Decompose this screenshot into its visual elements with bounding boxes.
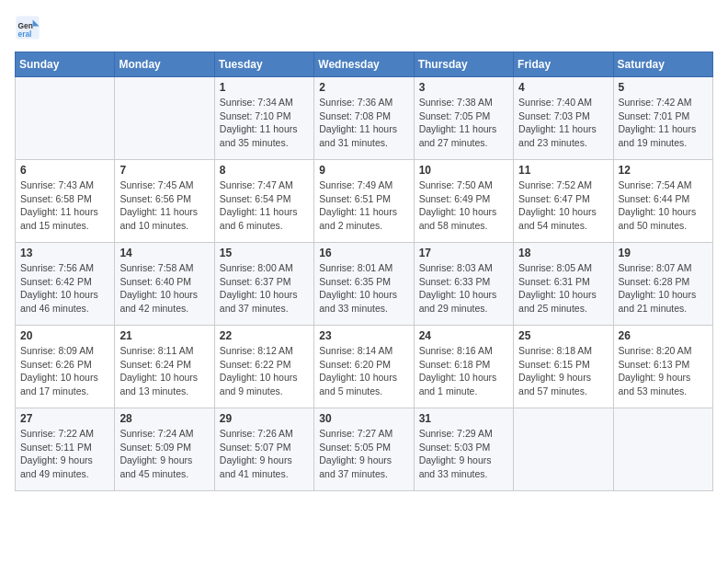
calendar-cell: 31Sunrise: 7:29 AMSunset: 5:03 PMDayligh… — [414, 408, 513, 491]
day-number: 25 — [518, 329, 608, 342]
day-number: 13 — [20, 247, 109, 259]
calendar-week-row: 1Sunrise: 7:34 AMSunset: 7:10 PMDaylight… — [16, 77, 713, 160]
day-number: 24 — [419, 329, 508, 342]
day-number: 31 — [419, 412, 508, 425]
day-info: Sunrise: 8:12 AMSunset: 6:22 PMDaylight:… — [220, 344, 309, 398]
calendar-cell — [613, 408, 712, 491]
day-number: 15 — [220, 247, 309, 259]
day-number: 4 — [518, 81, 608, 94]
day-number: 27 — [20, 412, 109, 425]
calendar-cell: 15Sunrise: 8:00 AMSunset: 6:37 PMDayligh… — [214, 243, 313, 326]
calendar-cell — [514, 408, 613, 491]
day-info: Sunrise: 7:43 AMSunset: 6:58 PMDaylight:… — [20, 178, 109, 233]
day-info: Sunrise: 7:26 AMSunset: 5:07 PMDaylight:… — [220, 427, 309, 481]
weekday-header-row: SundayMondayTuesdayWednesdayThursdayFrid… — [16, 52, 713, 77]
calendar-cell — [16, 77, 115, 160]
calendar-cell: 29Sunrise: 7:26 AMSunset: 5:07 PMDayligh… — [214, 408, 313, 491]
day-info: Sunrise: 8:11 AMSunset: 6:24 PMDaylight:… — [119, 344, 209, 398]
calendar-cell: 7Sunrise: 7:45 AMSunset: 6:56 PMDaylight… — [115, 160, 214, 243]
day-info: Sunrise: 7:42 AMSunset: 7:01 PMDaylight:… — [619, 96, 708, 150]
day-info: Sunrise: 7:22 AMSunset: 5:11 PMDaylight:… — [20, 427, 109, 481]
day-number: 14 — [119, 247, 209, 259]
day-number: 7 — [119, 164, 209, 177]
day-info: Sunrise: 7:56 AMSunset: 6:42 PMDaylight:… — [20, 261, 109, 316]
weekday-header: Friday — [514, 52, 613, 77]
calendar-header: SundayMondayTuesdayWednesdayThursdayFrid… — [16, 52, 713, 77]
calendar-week-row: 6Sunrise: 7:43 AMSunset: 6:58 PMDaylight… — [16, 160, 713, 243]
calendar-cell: 20Sunrise: 8:09 AMSunset: 6:26 PMDayligh… — [16, 326, 115, 408]
day-info: Sunrise: 8:07 AMSunset: 6:28 PMDaylight:… — [619, 261, 708, 316]
day-info: Sunrise: 8:09 AMSunset: 6:26 PMDaylight:… — [20, 344, 109, 398]
day-info: Sunrise: 7:50 AMSunset: 6:49 PMDaylight:… — [419, 178, 508, 233]
day-number: 5 — [619, 81, 708, 94]
day-number: 10 — [419, 164, 508, 177]
calendar-week-row: 27Sunrise: 7:22 AMSunset: 5:11 PMDayligh… — [16, 408, 713, 491]
day-number: 12 — [619, 164, 708, 177]
calendar-body: 1Sunrise: 7:34 AMSunset: 7:10 PMDaylight… — [16, 77, 713, 491]
calendar-cell: 26Sunrise: 8:20 AMSunset: 6:13 PMDayligh… — [613, 326, 712, 408]
calendar-cell: 16Sunrise: 8:01 AMSunset: 6:35 PMDayligh… — [314, 243, 414, 326]
day-info: Sunrise: 8:01 AMSunset: 6:35 PMDaylight:… — [319, 261, 408, 316]
day-info: Sunrise: 7:36 AMSunset: 7:08 PMDaylight:… — [319, 96, 408, 150]
calendar-cell: 14Sunrise: 7:58 AMSunset: 6:40 PMDayligh… — [115, 243, 214, 326]
day-number: 2 — [319, 81, 408, 94]
calendar-cell: 24Sunrise: 8:16 AMSunset: 6:18 PMDayligh… — [414, 326, 513, 408]
day-number: 9 — [319, 164, 408, 177]
calendar-cell — [115, 77, 214, 160]
calendar-cell: 12Sunrise: 7:54 AMSunset: 6:44 PMDayligh… — [613, 160, 712, 243]
day-info: Sunrise: 7:49 AMSunset: 6:51 PMDaylight:… — [319, 178, 408, 233]
day-number: 23 — [319, 329, 408, 342]
day-number: 17 — [419, 247, 508, 259]
calendar-cell: 19Sunrise: 8:07 AMSunset: 6:28 PMDayligh… — [613, 243, 712, 326]
day-number: 20 — [20, 329, 109, 342]
calendar-cell: 21Sunrise: 8:11 AMSunset: 6:24 PMDayligh… — [115, 326, 214, 408]
calendar-cell: 4Sunrise: 7:40 AMSunset: 7:03 PMDaylight… — [514, 77, 613, 160]
day-number: 8 — [220, 164, 309, 177]
calendar-cell: 2Sunrise: 7:36 AMSunset: 7:08 PMDaylight… — [314, 77, 414, 160]
day-number: 21 — [119, 329, 209, 342]
calendar-cell: 6Sunrise: 7:43 AMSunset: 6:58 PMDaylight… — [16, 160, 115, 243]
calendar-cell: 17Sunrise: 8:03 AMSunset: 6:33 PMDayligh… — [414, 243, 513, 326]
calendar-cell: 28Sunrise: 7:24 AMSunset: 5:09 PMDayligh… — [115, 408, 214, 491]
day-number: 6 — [20, 164, 109, 177]
calendar-cell: 10Sunrise: 7:50 AMSunset: 6:49 PMDayligh… — [414, 160, 513, 243]
day-info: Sunrise: 7:27 AMSunset: 5:05 PMDaylight:… — [319, 427, 408, 481]
logo: Gen eral — [15, 15, 44, 40]
calendar-cell: 27Sunrise: 7:22 AMSunset: 5:11 PMDayligh… — [16, 408, 115, 491]
day-number: 19 — [619, 247, 708, 259]
day-number: 28 — [119, 412, 209, 425]
day-number: 22 — [220, 329, 309, 342]
day-number: 16 — [319, 247, 408, 259]
calendar-cell: 23Sunrise: 8:14 AMSunset: 6:20 PMDayligh… — [314, 326, 414, 408]
day-number: 1 — [220, 81, 309, 94]
day-info: Sunrise: 7:47 AMSunset: 6:54 PMDaylight:… — [220, 178, 309, 233]
day-info: Sunrise: 7:45 AMSunset: 6:56 PMDaylight:… — [119, 178, 209, 233]
calendar-cell: 3Sunrise: 7:38 AMSunset: 7:05 PMDaylight… — [414, 77, 513, 160]
calendar-cell: 1Sunrise: 7:34 AMSunset: 7:10 PMDaylight… — [214, 77, 313, 160]
day-info: Sunrise: 7:54 AMSunset: 6:44 PMDaylight:… — [619, 178, 708, 233]
day-info: Sunrise: 8:00 AMSunset: 6:37 PMDaylight:… — [220, 261, 309, 316]
day-info: Sunrise: 7:34 AMSunset: 7:10 PMDaylight:… — [220, 96, 309, 150]
calendar-cell: 25Sunrise: 8:18 AMSunset: 6:15 PMDayligh… — [514, 326, 613, 408]
weekday-header: Monday — [115, 52, 214, 77]
day-info: Sunrise: 7:29 AMSunset: 5:03 PMDaylight:… — [419, 427, 508, 481]
calendar-week-row: 13Sunrise: 7:56 AMSunset: 6:42 PMDayligh… — [16, 243, 713, 326]
day-number: 30 — [319, 412, 408, 425]
calendar-cell: 13Sunrise: 7:56 AMSunset: 6:42 PMDayligh… — [16, 243, 115, 326]
weekday-header: Saturday — [613, 52, 712, 77]
day-info: Sunrise: 8:05 AMSunset: 6:31 PMDaylight:… — [518, 261, 608, 316]
calendar-week-row: 20Sunrise: 8:09 AMSunset: 6:26 PMDayligh… — [16, 326, 713, 408]
page-header: Gen eral — [15, 15, 713, 40]
day-info: Sunrise: 8:03 AMSunset: 6:33 PMDaylight:… — [419, 261, 508, 316]
calendar-cell: 18Sunrise: 8:05 AMSunset: 6:31 PMDayligh… — [514, 243, 613, 326]
day-info: Sunrise: 7:52 AMSunset: 6:47 PMDaylight:… — [518, 178, 608, 233]
weekday-header: Wednesday — [314, 52, 414, 77]
day-number: 26 — [619, 329, 708, 342]
day-info: Sunrise: 7:38 AMSunset: 7:05 PMDaylight:… — [419, 96, 508, 150]
day-number: 18 — [518, 247, 608, 259]
day-number: 11 — [518, 164, 608, 177]
day-info: Sunrise: 7:24 AMSunset: 5:09 PMDaylight:… — [119, 427, 209, 481]
calendar-table: SundayMondayTuesdayWednesdayThursdayFrid… — [15, 52, 713, 491]
svg-text:eral: eral — [18, 29, 32, 39]
logo-icon: Gen eral — [15, 15, 40, 40]
